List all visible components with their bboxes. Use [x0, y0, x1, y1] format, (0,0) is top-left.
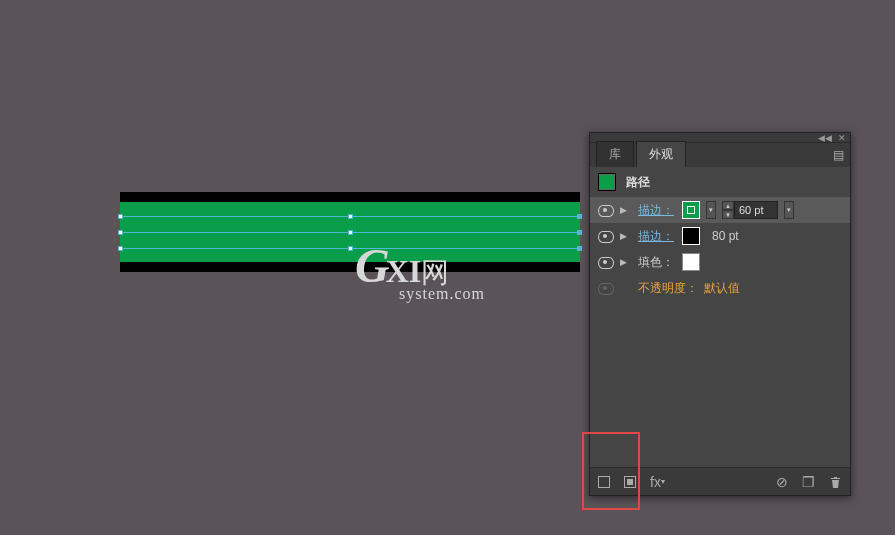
- fill-row[interactable]: ▶ 填色：: [590, 249, 850, 275]
- anchor-handle[interactable]: [118, 246, 123, 251]
- panel-tabs: 库 外观 ▤: [590, 143, 850, 167]
- object-type-label: 路径: [626, 174, 650, 191]
- anchor-handle[interactable]: [118, 214, 123, 219]
- collapse-icon[interactable]: ◀◀: [818, 133, 832, 143]
- expand-icon[interactable]: ▶: [620, 231, 632, 241]
- object-header-row: 路径: [590, 167, 850, 197]
- stepper-up-icon[interactable]: ▲: [722, 201, 734, 210]
- new-fill-icon[interactable]: [624, 476, 636, 488]
- tab-library[interactable]: 库: [596, 141, 634, 167]
- opacity-value[interactable]: 默认值: [704, 280, 742, 297]
- stepper-down-icon[interactable]: ▼: [722, 210, 734, 219]
- stroke-label[interactable]: 描边：: [638, 228, 676, 245]
- stroke-weight-stepper: ▲ ▼: [722, 201, 778, 219]
- anchor-handle[interactable]: [348, 214, 353, 219]
- anchor-handle[interactable]: [577, 246, 582, 251]
- weight-dropdown-icon[interactable]: ▾: [784, 201, 794, 219]
- duplicate-icon[interactable]: ❐: [802, 474, 815, 490]
- visibility-icon[interactable]: [598, 257, 612, 267]
- stroke-color-swatch[interactable]: [682, 201, 700, 219]
- swatch-dropdown-icon[interactable]: ▾: [706, 201, 716, 219]
- anchor-handle[interactable]: [348, 230, 353, 235]
- stroke-color-swatch[interactable]: [682, 227, 700, 245]
- panel-menu-icon[interactable]: ▤: [833, 148, 844, 162]
- fx-icon[interactable]: fx▾: [650, 474, 665, 490]
- anchor-handle[interactable]: [577, 214, 582, 219]
- watermark: GXI网 system.com: [355, 238, 485, 303]
- expand-icon[interactable]: ▶: [620, 205, 632, 215]
- opacity-label[interactable]: 不透明度：: [638, 280, 698, 297]
- clear-icon[interactable]: ⊘: [776, 474, 788, 490]
- stroke-weight-value: 80 pt: [712, 229, 739, 243]
- stroke-row-2[interactable]: ▶ 描边： 80 pt: [590, 223, 850, 249]
- new-stroke-icon[interactable]: [598, 476, 610, 488]
- canvas-artwork[interactable]: [120, 192, 580, 272]
- object-thumbnail: [598, 173, 616, 191]
- visibility-icon[interactable]: [598, 231, 612, 241]
- opacity-row[interactable]: 不透明度： 默认值: [590, 275, 850, 301]
- fill-color-swatch[interactable]: [682, 253, 700, 271]
- anchor-handle[interactable]: [118, 230, 123, 235]
- anchor-handle[interactable]: [577, 230, 582, 235]
- fill-label: 填色：: [638, 254, 676, 271]
- tab-appearance[interactable]: 外观: [636, 141, 686, 167]
- visibility-icon[interactable]: [598, 283, 612, 293]
- panel-body: 路径 ▶ 描边： ▾ ▲ ▼ ▾ ▶ 描边： 80 pt: [590, 167, 850, 467]
- stroke-weight-input[interactable]: [734, 201, 778, 219]
- appearance-panel: ◀◀ ✕ 库 外观 ▤ 路径 ▶ 描边： ▾ ▲ ▼ ▾: [589, 132, 851, 496]
- close-icon[interactable]: ✕: [838, 133, 846, 143]
- trash-icon[interactable]: [829, 475, 842, 489]
- panel-footer: fx▾ ⊘ ❐: [590, 467, 850, 495]
- expand-icon[interactable]: ▶: [620, 257, 632, 267]
- stroke-row-1[interactable]: ▶ 描边： ▾ ▲ ▼ ▾: [590, 197, 850, 223]
- stroke-label[interactable]: 描边：: [638, 202, 676, 219]
- anchor-handle[interactable]: [348, 246, 353, 251]
- visibility-icon[interactable]: [598, 205, 612, 215]
